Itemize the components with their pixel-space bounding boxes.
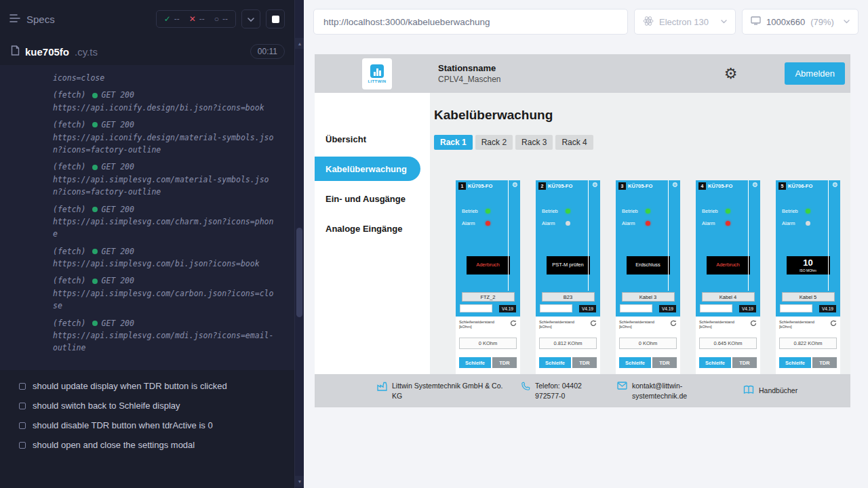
loop-resistance-label: Schleifenwiderstand [kOhm] bbox=[459, 320, 498, 329]
footer-manuals[interactable]: Handbücher bbox=[743, 384, 797, 396]
viewport-selector[interactable]: 1000x660 (79%) bbox=[742, 9, 859, 35]
divider bbox=[588, 180, 589, 291]
refresh-icon[interactable] bbox=[830, 320, 837, 327]
littwin-logo: LITTWIN bbox=[362, 58, 392, 89]
device-input[interactable] bbox=[460, 304, 492, 312]
settings-gear-icon[interactable]: ⚙ bbox=[724, 66, 738, 81]
device-gear-icon[interactable]: ⚙ bbox=[752, 182, 758, 188]
nav-item-kabelueberwachung[interactable]: Kabelüberwachung bbox=[315, 157, 420, 181]
schleife-button[interactable]: Schleife bbox=[779, 357, 811, 368]
refresh-icon[interactable] bbox=[670, 320, 677, 327]
device-display: 10ISO MOhm bbox=[787, 256, 830, 274]
test-item[interactable]: should disable TDR button when tdrActive… bbox=[0, 415, 294, 435]
tdr-button[interactable]: TDR bbox=[572, 357, 597, 368]
betrieb-label: Betrieb bbox=[542, 208, 560, 214]
station-label: Stationsname bbox=[438, 63, 501, 73]
device-input[interactable] bbox=[620, 304, 652, 312]
test-state-icon bbox=[19, 422, 26, 429]
logout-button[interactable]: Abmelden bbox=[785, 62, 845, 85]
cable-name-field[interactable]: FTZ_2 bbox=[462, 292, 515, 302]
divider bbox=[828, 180, 829, 291]
tdr-button[interactable]: TDR bbox=[492, 357, 517, 368]
tdr-button[interactable]: TDR bbox=[652, 357, 677, 368]
specs-sidebar-toggle[interactable]: Specs bbox=[9, 14, 55, 25]
refresh-icon[interactable] bbox=[750, 320, 757, 327]
tdr-button[interactable]: TDR bbox=[812, 357, 837, 368]
log-entry[interactable]: (fetch)GET 200 https://api.simplesvg.com… bbox=[53, 245, 278, 270]
tab-rack-1[interactable]: Rack 1 bbox=[434, 135, 473, 150]
log-entry[interactable]: (fetch)GET 200 https://api.iconify.desig… bbox=[53, 89, 278, 114]
schleife-button[interactable]: Schleife bbox=[619, 357, 651, 368]
schleife-button[interactable]: Schleife bbox=[539, 357, 571, 368]
device-input[interactable] bbox=[700, 304, 732, 312]
refresh-icon[interactable] bbox=[590, 320, 597, 327]
log-entry[interactable]: (fetch)GET 200 https://api.simplesvg.com… bbox=[53, 274, 278, 312]
device-gear-icon[interactable]: ⚙ bbox=[672, 182, 678, 188]
firmware-version: V4.19 bbox=[579, 305, 596, 312]
device-gear-icon[interactable]: ⚙ bbox=[832, 182, 838, 188]
device-gear-icon[interactable]: ⚙ bbox=[512, 182, 518, 188]
refresh-icon[interactable] bbox=[510, 320, 517, 327]
loop-resistance-value: 0 KOhm bbox=[619, 338, 677, 349]
footer-company: Littwin Systemtechnik GmbH & Co. KG bbox=[377, 381, 510, 400]
log-entry[interactable]: (fetch)GET 200 https://api.simplesvg.com… bbox=[53, 317, 278, 354]
cable-name-field[interactable]: B23 bbox=[542, 292, 595, 302]
test-item[interactable]: should open and close the settings modal bbox=[0, 435, 294, 455]
nav-item-ein-und-ausgaenge[interactable]: Ein- und Ausgänge bbox=[315, 184, 430, 214]
divider bbox=[668, 180, 669, 291]
test-item[interactable]: should update display when TDR button is… bbox=[0, 376, 294, 396]
status-200-icon bbox=[92, 165, 98, 170]
betrieb-led bbox=[806, 209, 810, 214]
device-input[interactable] bbox=[540, 304, 572, 312]
x-icon: ✕ bbox=[189, 14, 196, 24]
app-footer: Littwin Systemtechnik GmbH & Co. KG Tele… bbox=[315, 374, 850, 407]
log-entry[interactable]: (fetch)GET 200 https://api.simplesvg.com… bbox=[53, 203, 278, 241]
footer-phone[interactable]: Telefon: 04402 972577-0 bbox=[521, 381, 606, 400]
test-item[interactable]: should switch back to Schleife display bbox=[0, 396, 294, 415]
stop-button[interactable] bbox=[266, 9, 285, 28]
log-entry-partial[interactable]: icons=close bbox=[53, 72, 278, 84]
cable-name-field[interactable]: Kabel 4 bbox=[702, 292, 755, 302]
alarm-label: Alarm bbox=[782, 220, 800, 226]
alarm-led bbox=[726, 221, 730, 226]
alarm-label: Alarm bbox=[702, 220, 720, 226]
browser-selector[interactable]: Electron 130 bbox=[634, 9, 736, 35]
schleife-button[interactable]: Schleife bbox=[699, 357, 731, 368]
betrieb-led bbox=[566, 209, 570, 214]
log-entry[interactable]: (fetch)GET 200 https://api.simplesvg.com… bbox=[53, 161, 278, 198]
runner-scrollbar[interactable]: ▲ ▼ bbox=[294, 0, 304, 488]
device-number: 2 bbox=[538, 182, 546, 190]
loop-resistance-label: Schleifenwiderstand [kOhm] bbox=[699, 320, 738, 329]
nav-item-analoge-eingaenge[interactable]: Analoge Eingänge bbox=[315, 214, 430, 243]
cable-name-field[interactable]: Kabel 3 bbox=[622, 292, 675, 302]
spec-file-row[interactable]: kue705fo .cy.ts 00:11 bbox=[0, 38, 294, 65]
tab-rack-2[interactable]: Rack 2 bbox=[475, 135, 513, 150]
runner-header: Specs ✓-- ✕-- ○-- bbox=[0, 0, 294, 38]
cable-name-field[interactable]: Kabel 5 bbox=[782, 292, 835, 302]
device-display: Aderbruch bbox=[707, 256, 750, 274]
tdr-button[interactable]: TDR bbox=[732, 357, 757, 368]
alarm-led bbox=[806, 221, 810, 226]
device-display: PST-M prüfen bbox=[547, 256, 590, 274]
collapse-button[interactable] bbox=[241, 9, 260, 28]
tab-rack-4[interactable]: Rack 4 bbox=[555, 135, 593, 150]
schleife-button[interactable]: Schleife bbox=[459, 357, 491, 368]
alarm-led bbox=[486, 221, 490, 226]
viewport-icon bbox=[751, 16, 761, 27]
device-input[interactable] bbox=[780, 304, 812, 312]
footer-email[interactable]: kontakt@littwin-systemtechnik.de bbox=[617, 381, 713, 400]
log-entry[interactable]: (fetch)GET 200 https://api.iconify.desig… bbox=[53, 119, 278, 156]
divider bbox=[508, 180, 509, 291]
spec-file-ext: .cy.ts bbox=[75, 46, 98, 58]
device-number: 4 bbox=[698, 182, 706, 190]
specs-label: Specs bbox=[26, 14, 55, 25]
url-input[interactable]: http://localhost:3000/kabelueberwachung bbox=[313, 9, 628, 35]
device-gear-icon[interactable]: ⚙ bbox=[592, 182, 598, 188]
betrieb-led bbox=[486, 209, 490, 214]
scroll-up-arrow[interactable]: ▲ bbox=[295, 38, 304, 49]
tab-rack-3[interactable]: Rack 3 bbox=[515, 135, 553, 150]
scroll-down-arrow[interactable]: ▼ bbox=[295, 476, 304, 487]
loop-resistance-value: 0.812 KOhm bbox=[539, 338, 597, 349]
scrollbar-thumb[interactable] bbox=[296, 228, 302, 317]
nav-item-uebersicht[interactable]: Übersicht bbox=[315, 124, 430, 154]
